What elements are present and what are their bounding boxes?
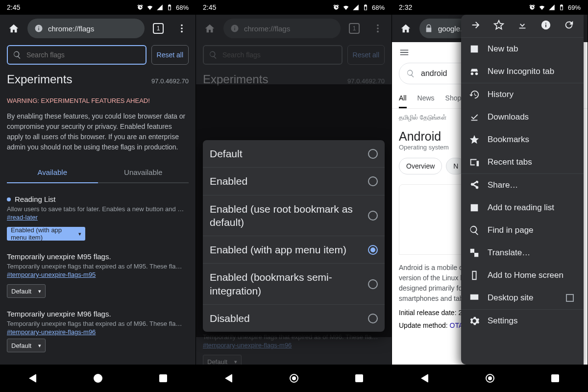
- menu-history[interactable]: History: [461, 83, 584, 106]
- wifi-icon: [343, 4, 349, 11]
- dropdown-option[interactable]: Enabled (bookmarks semi-integration): [203, 264, 385, 305]
- nav-recents-button[interactable]: [544, 368, 566, 389]
- triangle-back-icon: [225, 374, 232, 383]
- url-text: google.: [438, 24, 462, 33]
- circle-home-icon: [486, 374, 494, 383]
- status-icons: 68%: [333, 4, 385, 11]
- tab-shopping[interactable]: Shop: [445, 89, 462, 108]
- menu-recent-tabs[interactable]: Recent tabs: [461, 151, 584, 174]
- flags-tabs: Available Unavailable: [7, 162, 189, 183]
- svg-point-5: [377, 31, 379, 33]
- menu-incognito[interactable]: New Incognito tab: [461, 60, 584, 83]
- dropdown-option[interactable]: Enabled: [203, 168, 385, 195]
- tab-all[interactable]: All: [399, 89, 407, 108]
- overflow-button[interactable]: [368, 19, 388, 38]
- menu-share[interactable]: Share…: [461, 174, 584, 196]
- tab-available[interactable]: Available: [7, 162, 98, 183]
- overflow-button[interactable]: [172, 19, 192, 38]
- hamburger-icon[interactable]: [399, 47, 410, 58]
- home-button[interactable]: [4, 19, 24, 38]
- svg-point-2: [181, 31, 183, 33]
- tab-news[interactable]: News: [417, 89, 435, 108]
- url-text: chrome://flags: [48, 24, 94, 33]
- tab-switcher-button[interactable]: 1: [148, 19, 168, 38]
- dropdown-option[interactable]: Default: [203, 140, 385, 168]
- menu-find[interactable]: Find in page: [461, 219, 584, 242]
- tab-switcher-button[interactable]: 1: [344, 19, 364, 38]
- reset-all-button[interactable]: Reset all: [151, 45, 189, 65]
- home-icon: [8, 23, 19, 34]
- status-time: 2:45: [203, 3, 216, 11]
- flag-hash-link[interactable]: #temporary-unexpire-flags-m95: [7, 271, 96, 278]
- incognito-icon: [469, 66, 480, 77]
- signal-icon: [352, 4, 359, 11]
- menu-downloads[interactable]: Downloads: [461, 106, 584, 128]
- android-nav-bar: [196, 365, 392, 392]
- chip-overview[interactable]: Overview: [399, 158, 442, 174]
- home-icon: [400, 23, 411, 34]
- flag-select[interactable]: Enabled (with app menu item): [7, 227, 85, 241]
- nav-home-button[interactable]: [283, 368, 305, 389]
- menu-add-home[interactable]: Add to Home screen: [461, 264, 584, 287]
- battery-percent: 68%: [372, 4, 385, 11]
- nav-recents-button[interactable]: [348, 368, 370, 389]
- square-recents-icon: [551, 374, 559, 382]
- menu-settings[interactable]: Settings: [461, 310, 584, 332]
- more-vert-icon: [176, 23, 187, 34]
- version-text: 97.0.4692.70: [347, 77, 385, 85]
- flag-hash-link[interactable]: #temporary-unexpire-flags-m96: [203, 342, 292, 349]
- menu-download-button[interactable]: [517, 20, 528, 32]
- menu-reading-list[interactable]: Add to reading list: [461, 196, 584, 219]
- menu-desktop-site[interactable]: Desktop site: [461, 287, 584, 310]
- flag-select[interactable]: Default: [7, 339, 46, 352]
- alarm-icon: [333, 4, 340, 11]
- tab-unavailable[interactable]: Unavailable: [98, 162, 189, 183]
- search-flags-field[interactable]: [26, 51, 141, 59]
- dropdown-option[interactable]: Disabled: [203, 305, 385, 332]
- search-flags-input[interactable]: [7, 45, 147, 65]
- battery-icon: [558, 4, 565, 11]
- home-button[interactable]: [200, 19, 220, 38]
- nav-recents-button[interactable]: [152, 368, 174, 389]
- signal-icon: [156, 4, 163, 11]
- search-icon: [469, 225, 480, 236]
- android-status-bar: 2:45 68%: [0, 0, 196, 15]
- menu-forward-button[interactable]: [470, 20, 481, 32]
- nav-home-button[interactable]: [479, 368, 501, 389]
- search-icon: [13, 50, 22, 59]
- flag-select[interactable]: Default: [203, 355, 242, 365]
- alarm-icon: [529, 4, 536, 11]
- nav-back-button[interactable]: [414, 368, 436, 389]
- reset-all-button[interactable]: Reset all: [347, 45, 385, 65]
- history-icon: [469, 89, 480, 100]
- home-button[interactable]: [396, 19, 416, 38]
- dropdown-option[interactable]: Enabled (use root bookmark as default): [203, 196, 385, 237]
- menu-reload-button[interactable]: [564, 20, 574, 32]
- menu-new-tab[interactable]: New tab: [461, 38, 584, 60]
- info-icon: [540, 20, 551, 30]
- flag-select[interactable]: Default: [7, 284, 46, 298]
- nav-home-button[interactable]: [87, 368, 109, 389]
- android-nav-bar: [392, 365, 588, 392]
- menu-translate[interactable]: Translate…: [461, 242, 584, 264]
- menu-info-button[interactable]: [540, 20, 551, 32]
- url-bar[interactable]: chrome://flags: [27, 19, 145, 38]
- search-flags-field[interactable]: [222, 51, 337, 59]
- flag-hash-link[interactable]: #temporary-unexpire-flags-m96: [7, 328, 96, 336]
- url-bar[interactable]: chrome://flags: [223, 19, 341, 38]
- menu-star-button[interactable]: [493, 20, 504, 32]
- menu-bookmarks[interactable]: Bookmarks: [461, 128, 584, 151]
- search-value: android: [421, 69, 447, 78]
- changed-dot-icon: [7, 197, 11, 201]
- battery-icon: [362, 4, 369, 11]
- flag-item-m95: Temporarily unexpire M95 flags. Temporar…: [7, 252, 189, 298]
- android-status-bar: 2:45 68%: [196, 0, 392, 15]
- square-recents-icon: [355, 374, 363, 382]
- flag-hash-link[interactable]: #read-later: [7, 214, 38, 221]
- translate-icon: [469, 247, 480, 258]
- search-flags-input[interactable]: [203, 45, 343, 65]
- nav-back-button[interactable]: [22, 368, 44, 389]
- nav-back-button[interactable]: [218, 368, 240, 389]
- dropdown-option-selected[interactable]: Enabled (with app menu item): [203, 236, 385, 264]
- warning-body: By enabling these features, you could lo…: [7, 111, 189, 152]
